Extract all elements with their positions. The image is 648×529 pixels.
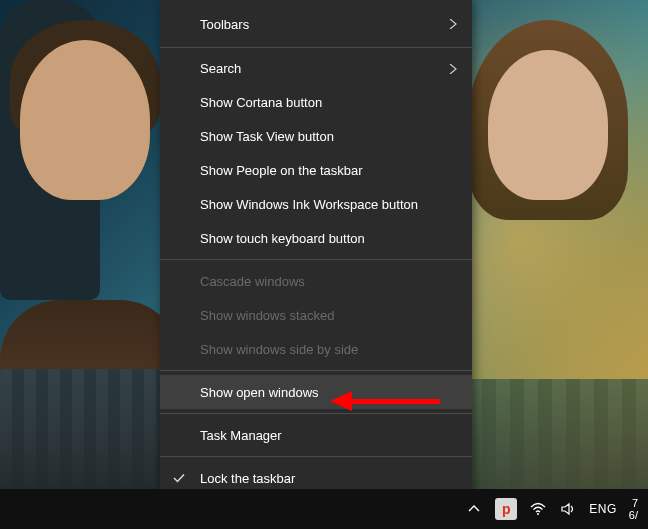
language-indicator[interactable]: ENG: [589, 502, 617, 516]
taskbar-clock[interactable]: 7 6/: [629, 497, 640, 521]
tray-overflow-chevron-icon[interactable]: [465, 500, 483, 518]
menu-item-label: Show Windows Ink Workspace button: [200, 197, 418, 212]
wallpaper-city: [468, 379, 648, 489]
menu-item-label: Show windows stacked: [200, 308, 334, 323]
clock-date: 6/: [629, 509, 638, 521]
menu-item-show-cortana[interactable]: Show Cortana button: [160, 86, 472, 120]
wallpaper-city: [0, 369, 160, 489]
menu-item-label: Show touch keyboard button: [200, 231, 365, 246]
menu-item-label: Show Task View button: [200, 129, 334, 144]
menu-separator: [160, 370, 472, 371]
chevron-right-icon: [448, 64, 458, 74]
clock-time: 7: [632, 497, 638, 509]
svg-point-1: [537, 513, 539, 515]
menu-separator: [160, 413, 472, 414]
menu-item-windows-side-by-side: Show windows side by side: [160, 332, 472, 366]
menu-item-task-manager[interactable]: Task Manager: [160, 418, 472, 452]
menu-separator: [160, 259, 472, 260]
menu-separator: [160, 47, 472, 48]
taskbar-context-menu: Toolbars Search Show Cortana button Show…: [160, 0, 472, 529]
menu-item-cascade-windows: Cascade windows: [160, 264, 472, 298]
chevron-right-icon: [448, 19, 458, 29]
volume-icon[interactable]: [559, 500, 577, 518]
menu-item-label: Show open windows: [200, 385, 319, 400]
menu-item-show-ink[interactable]: Show Windows Ink Workspace button: [160, 187, 472, 221]
menu-item-show-open-windows[interactable]: Show open windows: [160, 375, 472, 409]
menu-item-show-touch-keyboard[interactable]: Show touch keyboard button: [160, 221, 472, 255]
menu-item-show-people[interactable]: Show People on the taskbar: [160, 154, 472, 188]
taskbar[interactable]: p ENG 7 6/: [0, 489, 648, 529]
system-tray: p ENG 7 6/: [461, 497, 648, 521]
checkmark-icon: [172, 471, 186, 485]
menu-item-label: Show Cortana button: [200, 95, 322, 110]
menu-item-label: Task Manager: [200, 428, 282, 443]
menu-item-label: Show People on the taskbar: [200, 163, 363, 178]
menu-item-search[interactable]: Search: [160, 52, 472, 86]
wifi-icon[interactable]: [529, 500, 547, 518]
menu-item-label: Search: [200, 61, 241, 76]
menu-item-label: Toolbars: [200, 17, 249, 32]
menu-item-label: Cascade windows: [200, 274, 305, 289]
menu-item-label: Show windows side by side: [200, 342, 358, 357]
menu-item-label: Lock the taskbar: [200, 471, 295, 486]
menu-item-toolbars[interactable]: Toolbars: [160, 6, 472, 43]
menu-separator: [160, 456, 472, 457]
desktop-wallpaper: Toolbars Search Show Cortana button Show…: [0, 0, 648, 529]
tray-app-icon[interactable]: p: [495, 498, 517, 520]
menu-item-show-task-view[interactable]: Show Task View button: [160, 120, 472, 154]
menu-item-windows-stacked: Show windows stacked: [160, 298, 472, 332]
